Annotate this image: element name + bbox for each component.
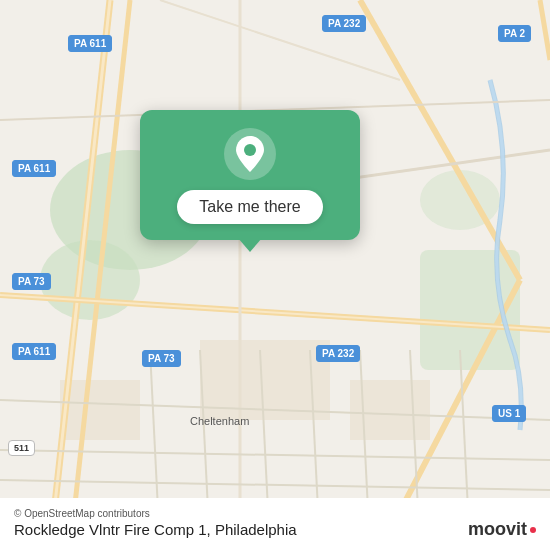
attribution-row: © OpenStreetMap contributors: [14, 508, 536, 519]
osm-attribution: © OpenStreetMap contributors: [14, 508, 150, 519]
moovit-dot: [530, 527, 536, 533]
road-badge-511: 511: [8, 440, 35, 456]
popup-card: Take me there: [140, 110, 360, 240]
road-badge-pa611-top: PA 611: [68, 35, 112, 52]
take-me-there-button[interactable]: Take me there: [177, 190, 322, 224]
svg-point-2: [40, 240, 140, 320]
road-badge-us1: US 1: [492, 405, 526, 422]
road-badge-pa2-tr: PA 2: [498, 25, 531, 42]
road-badge-pa611-lower: PA 611: [12, 343, 56, 360]
svg-point-31: [244, 144, 256, 156]
road-badge-pa73-left: PA 73: [12, 273, 51, 290]
moovit-logo: moovit: [468, 519, 536, 540]
map-roads: [0, 0, 550, 550]
svg-rect-7: [60, 380, 140, 440]
bottom-bar: © OpenStreetMap contributors Rockledge V…: [0, 498, 550, 550]
road-badge-pa232-lower: PA 232: [316, 345, 360, 362]
location-pin-icon: [224, 128, 276, 180]
map-container: PA 611 PA 232 PA 2 PA 611 PA 73 PA 611 P…: [0, 0, 550, 550]
road-badge-pa73-mid: PA 73: [142, 350, 181, 367]
moovit-wordmark: moovit: [468, 519, 527, 540]
road-badge-pa611-mid: PA 611: [12, 160, 56, 177]
location-title: Rockledge Vlntr Fire Comp 1, Philadelphi…: [14, 521, 297, 538]
cheltenham-label: Cheltenham: [190, 415, 249, 427]
road-badge-pa232-top: PA 232: [322, 15, 366, 32]
